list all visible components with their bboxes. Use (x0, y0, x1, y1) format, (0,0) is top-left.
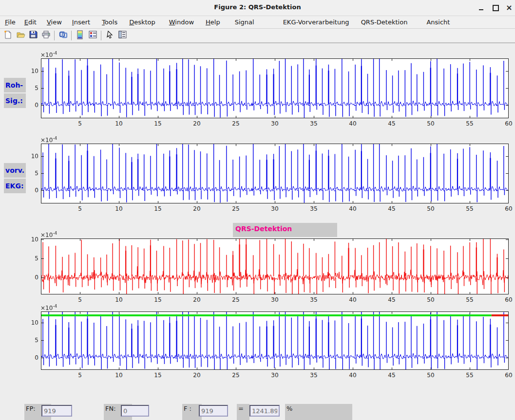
x-tick-label: 5 (75, 372, 85, 379)
menu-item-ekg-vorverarbeitung[interactable]: EKG-Vorverarbeitung (282, 18, 350, 27)
menu-item-edit[interactable]: Edit (23, 18, 38, 27)
x-tick-label: 25 (231, 372, 241, 379)
link-plot-button[interactable] (57, 30, 69, 41)
x-tick-label: 10 (114, 296, 124, 303)
x-tick-label: 30 (270, 372, 280, 379)
x-tick-label: 35 (309, 120, 319, 127)
y-axis-exponent-label: ×10-4 (40, 304, 57, 311)
x-tick-label: 30 (270, 205, 280, 212)
x-tick-label: 60 (504, 296, 514, 303)
axes-vorv_ekg (41, 144, 509, 203)
percent-value-input[interactable] (249, 405, 280, 417)
y-axis-exponent-label: ×10-4 (40, 136, 57, 144)
print-button[interactable] (39, 30, 52, 41)
x-tick-label: 25 (231, 296, 241, 303)
axes-ekg_mit_detektion (41, 311, 509, 370)
x-tick-label: 40 (348, 372, 358, 379)
y-tick-label: 5 (26, 170, 38, 177)
label-vorv: vorv. (4, 163, 26, 178)
fn-input[interactable] (121, 405, 149, 417)
x-tick-label: 40 (348, 205, 358, 212)
menu-item-view[interactable]: View (46, 18, 63, 27)
close-button[interactable]: × (504, 3, 515, 13)
save-button[interactable] (27, 30, 39, 41)
maximize-button[interactable] (490, 3, 501, 13)
x-tick-label: 50 (426, 296, 436, 303)
menu-item-ansicht[interactable]: Ansicht (425, 18, 451, 27)
x-tick-label: 15 (153, 296, 163, 303)
x-tick-label: 50 (426, 120, 436, 127)
plot-canvas-ekg_mit_detektion (41, 311, 509, 370)
menu-item-file[interactable]: File (4, 18, 17, 27)
x-tick-label: 5 (75, 120, 85, 127)
label-vorv-text: vorv. (5, 166, 24, 174)
insert-colorbar-button[interactable] (74, 30, 86, 41)
y-tick-label: 5 (26, 85, 38, 91)
f-input[interactable] (199, 405, 228, 417)
minimize-button[interactable] (476, 3, 486, 13)
menu-bar: FileEditViewInsertToolsDesktopWindowHelp… (0, 16, 515, 29)
x-tick-label: 45 (387, 120, 397, 127)
x-tick-label: 60 (504, 205, 514, 212)
label-ekg: EKG: (4, 179, 26, 193)
toolbar-separator (71, 31, 72, 40)
x-tick-label: 35 (309, 296, 319, 303)
toolbar-separator (101, 31, 101, 40)
x-tick-label: 55 (465, 372, 475, 379)
x-tick-label: 60 (504, 120, 514, 127)
menu-item-desktop[interactable]: Desktop (128, 18, 156, 27)
menu-item-tools[interactable]: Tools (101, 18, 118, 27)
x-tick-label: 10 (114, 372, 124, 379)
label-ekg-text: EKG: (5, 182, 24, 190)
x-tick-label: 10 (114, 120, 124, 127)
menu-item-signal[interactable]: Signal (234, 18, 255, 27)
x-tick-label: 35 (309, 372, 319, 379)
y-tick-label: 5 (26, 337, 38, 344)
title-bar: Figure 2: QRS-Detektion × (0, 0, 515, 16)
menu-item-help[interactable]: Help (205, 18, 221, 27)
x-tick-label: 30 (270, 296, 280, 303)
y-tick-label: 5 (26, 255, 38, 262)
percent-label: % (285, 404, 352, 420)
label-sig: Sig.: (4, 93, 26, 108)
figure-area: Roh- Sig.: vorv. EKG: QRS-Detektion FP: … (0, 44, 515, 420)
y-axis-exponent-label: ×10-4 (40, 231, 57, 238)
fp-input[interactable] (41, 405, 72, 417)
plot-canvas-roh_signal (41, 58, 509, 118)
x-tick-label: 20 (192, 205, 202, 212)
plot-canvas-qrs_detektion (41, 238, 509, 294)
y-tick-label: 0 (26, 187, 38, 194)
open-file-button[interactable] (14, 30, 27, 41)
property-editor-button[interactable] (116, 30, 129, 41)
menu-item-window[interactable]: Window (168, 18, 195, 27)
y-axis-exponent-label: ×10-4 (40, 51, 57, 58)
x-tick-label: 60 (504, 372, 514, 379)
y-tick-label: 0 (26, 274, 38, 281)
plot-canvas-vorv_ekg (41, 144, 509, 203)
x-tick-label: 40 (348, 120, 358, 127)
link-plot-icon (58, 30, 68, 41)
x-tick-label: 15 (153, 205, 163, 212)
y-tick-label: 0 (26, 354, 38, 361)
matlab-figure-window: Figure 2: QRS-Detektion × FileEditViewIn… (0, 0, 515, 420)
close-icon: × (506, 4, 512, 12)
x-tick-label: 55 (465, 120, 475, 127)
menu-item-qrs-detektion[interactable]: QRS-Detektion (360, 18, 409, 27)
x-tick-label: 50 (426, 372, 436, 379)
save-icon (29, 30, 38, 41)
new-file-button[interactable] (1, 30, 14, 41)
y-tick-label: 10 (26, 236, 38, 243)
window-title: Figure 2: QRS-Detektion (0, 3, 515, 11)
x-tick-label: 25 (231, 120, 241, 127)
property-editor-icon (118, 30, 127, 41)
label-roh: Roh- (4, 78, 26, 92)
x-tick-label: 5 (75, 205, 85, 212)
edit-plot-arrow-button[interactable] (103, 30, 116, 41)
x-tick-label: 20 (192, 372, 202, 379)
insert-legend-button[interactable] (86, 30, 99, 41)
menu-item-insert[interactable]: Insert (71, 18, 91, 27)
x-tick-label: 45 (387, 296, 397, 303)
x-tick-label: 20 (192, 120, 202, 127)
plot3-title-panel: QRS-Detektion (233, 223, 337, 237)
x-tick-label: 20 (192, 296, 202, 303)
